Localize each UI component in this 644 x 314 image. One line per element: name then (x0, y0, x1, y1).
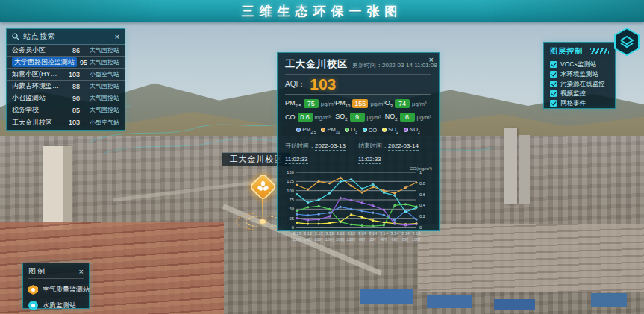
svg-text:3.13: 3.13 (337, 231, 345, 236)
layer-item[interactable]: 视频监控 (550, 89, 609, 98)
chart-legend-item[interactable]: NO2 (404, 126, 420, 134)
pollutant-name: SO2 (335, 113, 347, 122)
pollutant-trend-chart[interactable]: 025507510012515000.20.40.60.81CO(mg/m³)3… (285, 166, 433, 248)
station-row[interactable]: 工大金川校区103小型空气站 (7, 116, 125, 128)
checkbox-checked-icon[interactable] (550, 100, 557, 107)
pollutant-cell: NO26μg/m³ (385, 113, 431, 122)
station-row[interactable]: 小召监测站90大气国控站 (7, 92, 125, 104)
pollutant-cell: O374μg/m³ (385, 99, 431, 108)
pollutant-name: PM10 (335, 99, 350, 108)
station-name: 如意小区(HYW01) (12, 69, 63, 79)
close-icon[interactable]: × (79, 268, 84, 276)
layer-item[interactable]: VOCs监测站 (550, 60, 609, 69)
layer-label: 网格事件 (560, 99, 586, 108)
svg-text:50: 50 (290, 207, 294, 211)
svg-text:18时: 18时 (325, 237, 334, 242)
svg-text:14时: 14时 (304, 237, 313, 242)
station-list-panel: 站点搜索 × 公务员小区86大气国控站大学西路国控监测站95大气国控站如意小区(… (6, 28, 125, 131)
station-type: 大气国控站 (82, 94, 119, 102)
checkbox-checked-icon[interactable] (550, 81, 557, 87)
svg-text:3.13: 3.13 (325, 231, 334, 236)
svg-text:12时: 12时 (293, 237, 301, 242)
chart-legend-item[interactable]: PM2.5 (296, 126, 316, 134)
layer-item[interactable]: 水环境监测站 (550, 69, 609, 79)
station-aqi-value: 95 (79, 59, 87, 66)
chart-legend-item[interactable]: SO2 (382, 126, 398, 134)
svg-text:3.13: 3.13 (315, 231, 323, 236)
station-name: 税务学校 (12, 105, 63, 115)
station-aqi-value: 86 (65, 47, 80, 54)
legend-dot (363, 128, 367, 132)
station-panel-header: 站点搜索 × (7, 29, 125, 45)
pollutant-unit: μg/m³ (367, 114, 381, 121)
pollutant-value-badge: 6 (400, 113, 415, 122)
checkbox-checked-icon[interactable] (550, 71, 557, 78)
station-row[interactable]: 内蒙古环境监测站88大气国控站 (7, 81, 125, 92)
layer-item[interactable]: 污染源在线监控 (550, 79, 609, 89)
map-viewport[interactable]: 三维生态环保一张图 站点搜索 × 公务员小区86大气国控站大学西路国控监测站95… (0, 0, 644, 314)
station-type: 大气国控站 (82, 106, 119, 114)
svg-text:0.6: 0.6 (419, 192, 425, 196)
scenery-residential-right (418, 224, 644, 292)
legend-dot (345, 128, 349, 132)
layer-rows: VOCs监测站水环境监测站污染源在线监控视频监控网格事件 (550, 60, 609, 108)
map-legend-panel: 图例 × 空气质量监测站水质监测站 (22, 263, 90, 309)
station-row[interactable]: 大学西路国控监测站95大气国控站 (7, 57, 125, 69)
station-row[interactable]: 税务学校85大气国控站 (7, 104, 125, 116)
station-name: 小召监测站 (12, 93, 63, 103)
end-time-field[interactable]: 结束时间：2022-03-14 11:02:33 (358, 137, 431, 164)
legend-label: PM10 (327, 126, 340, 134)
layer-label: 水环境监测站 (560, 70, 598, 79)
legend-item-label: 空气质量监测站 (43, 285, 90, 295)
pollutant-unit: μg/m³ (370, 101, 384, 107)
station-name: 内蒙古环境监测站 (12, 81, 63, 91)
close-icon[interactable]: × (115, 33, 119, 41)
chart-legend-item[interactable]: PM10 (321, 126, 340, 134)
station-type: 大气国控站 (90, 58, 119, 66)
svg-text:16时: 16时 (314, 237, 323, 242)
layer-label: VOCs监测站 (560, 60, 596, 69)
legend-dot (321, 128, 325, 132)
legend-panel-header: 图例 × (28, 266, 84, 279)
station-aqi-value: 103 (65, 119, 80, 126)
legend-panel-title: 图例 (28, 266, 46, 277)
start-time-field[interactable]: 开始时间：2022-03-13 11:02:33 (285, 137, 358, 164)
legend-circle-icon (28, 301, 38, 310)
checkbox-checked-icon[interactable] (550, 90, 557, 97)
checkbox-checked-icon[interactable] (550, 61, 557, 68)
station-aqi-value: 88 (65, 83, 80, 90)
svg-text:3.14: 3.14 (390, 231, 398, 236)
start-time-label: 开始时间： (285, 142, 315, 149)
close-icon[interactable]: × (429, 56, 434, 64)
pollutant-unit: μg/m³ (417, 114, 431, 121)
layer-item[interactable]: 网格事件 (550, 98, 609, 108)
station-type: 大气国控站 (82, 46, 119, 54)
legend-hexagon-icon (28, 285, 38, 295)
pollutant-name: NO2 (385, 113, 398, 122)
pollutant-value-badge: 75 (304, 99, 319, 108)
pollutant-value-badge: 9 (350, 113, 365, 122)
svg-text:3.14: 3.14 (401, 231, 410, 236)
search-icon (12, 33, 19, 40)
svg-text:0: 0 (292, 225, 294, 230)
pollutant-name: CO (285, 113, 296, 121)
chart-legend-item[interactable]: CO (363, 126, 377, 134)
svg-text:150: 150 (287, 170, 294, 175)
pollutant-cell: CO0.6mg/m³ (285, 113, 335, 122)
scenery-warehouse-2 (427, 295, 472, 308)
svg-text:20时: 20时 (336, 237, 345, 242)
station-row[interactable]: 公务员小区86大气国控站 (7, 45, 125, 57)
layer-panel-header: 图层控制 (550, 46, 609, 57)
fan-icon (257, 180, 269, 193)
svg-text:3.14: 3.14 (358, 231, 366, 236)
station-panel-title: 站点搜索 (23, 31, 111, 42)
app-header: 三维生态环保一张图 (0, 0, 644, 22)
legend-dot (296, 128, 301, 132)
station-row[interactable]: 如意小区(HYW01)103小型空气站 (7, 69, 125, 81)
hexagon-shape (615, 28, 639, 55)
layer-hex-button[interactable] (612, 27, 642, 57)
chart-legend-item[interactable]: O3 (345, 126, 357, 134)
svg-text:125: 125 (287, 179, 294, 183)
svg-text:3.14: 3.14 (369, 231, 377, 236)
popup-update-time: 更新时间：2022-03-14 11:01:08 (352, 61, 437, 69)
